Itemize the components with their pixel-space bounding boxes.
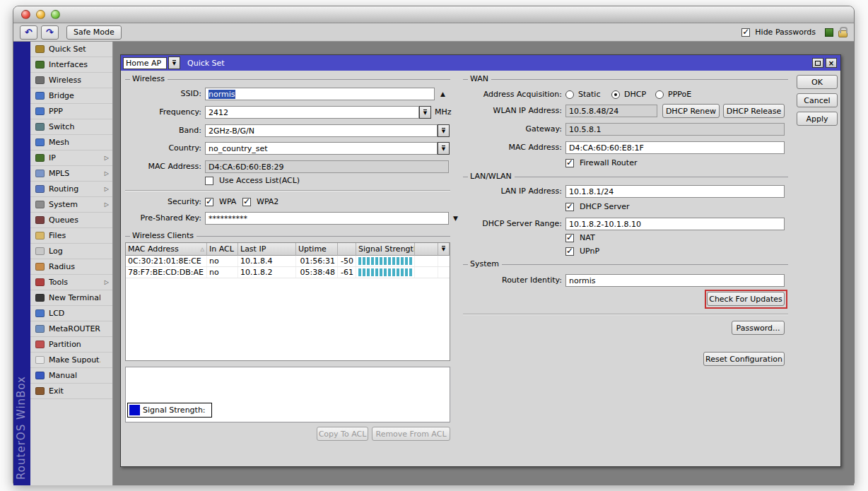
sidebar-item-ip[interactable]: IP ▷ xyxy=(30,150,112,166)
sidebar-item-manual[interactable]: Manual ▷ xyxy=(30,368,112,384)
close-traffic-light[interactable] xyxy=(21,10,30,19)
sidebar-item-files[interactable]: Files ▷ xyxy=(30,228,112,244)
sidebar-item-interfaces[interactable]: Interfaces ▷ xyxy=(30,57,112,73)
submenu-arrow-icon: ▷ xyxy=(105,170,109,177)
dhcp-range-input[interactable]: 10.1.8.2-10.1.8.10 xyxy=(565,218,785,230)
chevron-down-icon: ▼ xyxy=(423,110,427,116)
ok-button[interactable]: OK xyxy=(797,75,838,89)
wireless-icon xyxy=(35,76,45,84)
sidebar-item-quick-set[interactable]: Quick Set ▷ xyxy=(30,42,112,57)
col-mac-address[interactable]: MAC Address△ xyxy=(126,243,207,256)
nat-checkbox[interactable] xyxy=(565,234,574,242)
mac-titlebar[interactable] xyxy=(13,6,854,23)
maximize-button[interactable] xyxy=(812,58,823,68)
signal-strength-legend-label: Signal Strength: xyxy=(143,406,206,415)
use-access-list-checkbox[interactable] xyxy=(205,177,213,185)
pre-shared-key-label: Pre-Shared Key: xyxy=(124,212,201,225)
reset-configuration-button[interactable]: Reset Configuration xyxy=(703,352,785,366)
wan-mac-input[interactable]: D4:CA:6D:60:E8:1F xyxy=(565,141,785,154)
hide-passwords-checkbox[interactable] xyxy=(741,28,750,37)
cancel-button[interactable]: Cancel xyxy=(797,93,838,107)
preset-dropdown-button[interactable]: ▼ xyxy=(168,57,180,69)
sidebar-item-radius[interactable]: Radius ▷ xyxy=(30,259,112,275)
wireless-client-row[interactable]: 0C:30:21:01:8E:CE no 10.1.8.4 01:56:31 -… xyxy=(126,256,450,267)
pre-shared-key-input[interactable]: ********** xyxy=(205,212,449,225)
sidebar-item-mesh[interactable]: Mesh ▷ xyxy=(30,135,112,150)
col-signal-value[interactable] xyxy=(338,243,356,256)
dhcp-renew-button[interactable]: DHCP Renew xyxy=(662,104,720,118)
upnp-checkbox[interactable] xyxy=(565,247,574,256)
sidebar-item-ppp[interactable]: PPP ▷ xyxy=(30,104,112,119)
sidebar-item-tools[interactable]: Tools ▷ xyxy=(30,275,112,290)
sidebar-item-log[interactable]: Log ▷ xyxy=(30,244,112,259)
country-dropdown-button[interactable]: ▼ xyxy=(438,142,450,155)
country-select[interactable]: no_country_set xyxy=(205,142,438,155)
col-last-ip[interactable]: Last IP xyxy=(238,243,296,256)
band-select[interactable]: 2GHz-B/G/N xyxy=(205,124,438,137)
router-identity-input[interactable]: normis xyxy=(565,274,785,287)
sidebar-item-make-supout-rif[interactable]: Make Supout.rif ▷ xyxy=(30,353,112,368)
dhcp-server-checkbox[interactable] xyxy=(565,203,574,211)
lan-ip-input[interactable]: 10.1.8.1/24 xyxy=(565,185,785,198)
sidebar-item-exit[interactable]: Exit ▷ xyxy=(30,384,112,399)
dhcp-radio[interactable] xyxy=(611,90,620,99)
lcd-icon xyxy=(35,309,45,317)
ssid-input[interactable]: normis xyxy=(205,88,435,100)
dhcp-release-button[interactable]: DHCP Release xyxy=(723,104,785,118)
pppoe-radio[interactable] xyxy=(655,90,664,99)
close-button[interactable]: × xyxy=(826,58,837,68)
sidebar-item-lcd[interactable]: LCD ▷ xyxy=(30,306,112,321)
maximize-icon xyxy=(815,61,821,66)
minimize-traffic-light[interactable] xyxy=(36,10,45,19)
sidebar-item-bridge[interactable]: Bridge ▷ xyxy=(30,88,112,104)
dhcp-radio-label: DHCP xyxy=(624,90,646,100)
col-in-acl[interactable]: In ACL xyxy=(207,243,238,256)
routing-icon xyxy=(35,185,45,193)
frequency-unit-label: MHz xyxy=(435,106,456,119)
client-signal-cell: -50 xyxy=(338,256,356,266)
wireless-client-row[interactable]: 78:F7:BE:CD:DB:AE no 10.1.8.2 05:38:48 -… xyxy=(126,267,450,278)
zoom-traffic-light[interactable] xyxy=(51,10,60,19)
col-uptime[interactable]: Uptime xyxy=(296,243,338,256)
password-button[interactable]: Password... xyxy=(732,321,785,335)
expand-down-icon[interactable]: ▼ xyxy=(453,215,458,222)
remove-from-acl-button[interactable]: Remove From ACL xyxy=(372,427,450,441)
sidebar-item-queues[interactable]: Queues ▷ xyxy=(30,213,112,228)
static-radio[interactable] xyxy=(565,90,574,99)
security-label: Security: xyxy=(124,196,201,208)
apply-button[interactable]: Apply xyxy=(797,112,838,126)
firewall-router-checkbox[interactable] xyxy=(565,159,574,167)
copy-to-acl-button[interactable]: Copy To ACL xyxy=(317,427,368,441)
col-signal-strength[interactable]: Signal Strength xyxy=(356,243,415,256)
frequency-input[interactable]: 2412 xyxy=(205,106,419,119)
band-dropdown-button[interactable]: ▼ xyxy=(438,124,450,137)
upnp-label: UPnP xyxy=(580,247,599,256)
sidebar-item-routing[interactable]: Routing ▷ xyxy=(30,182,112,197)
column-options-button[interactable]: ▼ xyxy=(438,243,450,256)
wireless-clients-table: MAC Address△ In ACL Last IP Uptime Signa… xyxy=(125,242,450,361)
submenu-arrow-icon: ▷ xyxy=(105,201,109,208)
sidebar-item-system[interactable]: System ▷ xyxy=(30,197,112,213)
redo-button[interactable]: ↷ xyxy=(41,25,59,40)
collapse-up-icon[interactable]: ▲ xyxy=(440,91,445,97)
sidebar-item-wireless[interactable]: Wireless ▷ xyxy=(30,73,112,88)
client-signal-bar-cell xyxy=(356,256,415,266)
undo-button[interactable]: ↶ xyxy=(20,25,37,40)
preset-select[interactable]: Home AP xyxy=(123,57,167,69)
log-icon xyxy=(35,247,45,255)
frequency-dropdown-button[interactable]: ▼ xyxy=(419,106,431,119)
safe-mode-button[interactable]: Safe Mode xyxy=(66,25,122,40)
wpa2-checkbox[interactable] xyxy=(242,198,251,206)
sidebar-item-mpls[interactable]: MPLS ▷ xyxy=(30,166,112,182)
quick-set-titlebar[interactable]: Home AP ▼ Quick Set × xyxy=(121,55,840,71)
check-for-updates-button[interactable]: Check For Updates xyxy=(707,292,785,306)
undo-icon: ↶ xyxy=(25,27,33,37)
sidebar-item-switch[interactable]: Switch ▷ xyxy=(30,119,112,135)
pppoe-radio-label: PPPoE xyxy=(668,90,691,100)
sidebar-item-partition[interactable]: Partition ▷ xyxy=(30,337,112,353)
wpa-checkbox[interactable] xyxy=(205,198,213,206)
client-signal-cell: -61 xyxy=(338,267,356,278)
sidebar-item-new-terminal[interactable]: New Terminal ▷ xyxy=(30,290,112,306)
sidebar-item-metarouter[interactable]: MetaROUTER ▷ xyxy=(30,321,112,337)
firewall-router-label: Firewall Router xyxy=(580,158,637,168)
